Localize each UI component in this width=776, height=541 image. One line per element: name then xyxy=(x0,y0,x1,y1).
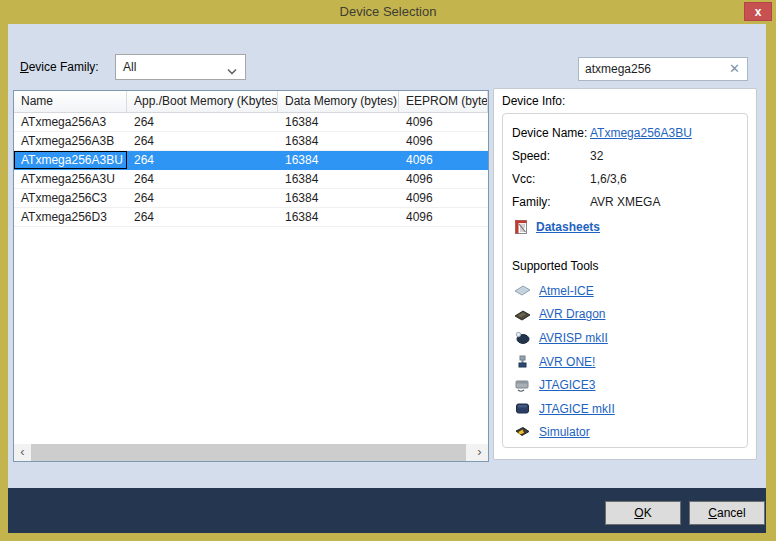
tool-row: AVRISP mkII xyxy=(512,326,747,350)
device-family-select[interactable]: All xyxy=(115,54,246,80)
chevron-down-icon xyxy=(227,64,237,78)
tool-link-simulator[interactable]: Simulator xyxy=(539,425,590,439)
cell-name: ATxmega256A3 xyxy=(14,113,127,131)
device-info-title: Device Info: xyxy=(502,94,565,108)
horizontal-scrollbar[interactable]: ‹ › xyxy=(14,444,488,461)
close-button[interactable]: x xyxy=(744,2,772,21)
tool-link-jtagice-mkii[interactable]: JTAGICE mkII xyxy=(539,402,615,416)
datasheets-row: Datasheets xyxy=(512,215,747,239)
datasheets-link[interactable]: Datasheets xyxy=(536,220,600,234)
cell-name: ATxmega256C3 xyxy=(14,189,127,207)
cell-datamem: 16384 xyxy=(278,151,399,169)
family-label: Family: xyxy=(512,195,590,209)
jtagice3-icon xyxy=(514,379,531,392)
avrisp-mkii-icon xyxy=(514,331,531,344)
cell-name: ATxmega256A3BU xyxy=(14,151,127,169)
cell-datamem: 16384 xyxy=(278,170,399,188)
clear-search-icon[interactable]: ✕ xyxy=(729,61,740,76)
cancel-button[interactable]: Cancel xyxy=(689,501,765,525)
vcc-row: Vcc: 1,6/3,6 xyxy=(512,167,747,190)
tool-link-atmel-ice[interactable]: Atmel-ICE xyxy=(539,284,594,298)
avr-dragon-icon xyxy=(514,308,531,321)
titlebar[interactable]: Device Selection x xyxy=(0,0,776,24)
table-row[interactable]: ATxmega256D3 264 16384 4096 xyxy=(14,208,488,227)
family-value: AVR XMEGA xyxy=(590,195,660,209)
table-row[interactable]: ATxmega256C3 264 16384 4096 xyxy=(14,189,488,208)
atmel-ice-icon xyxy=(514,284,531,297)
speed-label: Speed: xyxy=(512,149,590,163)
jtagice-mkii-icon xyxy=(514,402,531,415)
device-name-row: Device Name: ATxmega256A3BU xyxy=(512,121,747,144)
column-header-name[interactable]: Name xyxy=(14,91,127,112)
dialog-content: Device Family: All ✕ Name App./Boot Memo… xyxy=(8,24,766,533)
cell-datamem: 16384 xyxy=(278,132,399,150)
simulator-icon xyxy=(514,426,531,439)
search-input[interactable] xyxy=(585,60,720,78)
speed-row: Speed: 32 xyxy=(512,144,747,167)
cell-datamem: 16384 xyxy=(278,208,399,226)
cell-appboot: 264 xyxy=(127,151,278,169)
device-family-selected-value: All xyxy=(123,60,136,74)
cell-eeprom: 4096 xyxy=(399,170,488,188)
tool-link-jtagice3[interactable]: JTAGICE3 xyxy=(539,378,595,392)
device-table: Name App./Boot Memory (Kbytes) Data Memo… xyxy=(13,90,489,462)
footer-bar: OK Cancel xyxy=(8,488,766,533)
pdf-datasheet-icon xyxy=(512,219,529,235)
column-header-datamem[interactable]: Data Memory (bytes) xyxy=(278,91,399,112)
device-name-label: Device Name: xyxy=(512,126,590,140)
speed-value: 32 xyxy=(590,149,603,163)
tool-link-avrisp-mkii[interactable]: AVRISP mkII xyxy=(539,331,608,345)
table-row[interactable]: ATxmega256A3B 264 16384 4096 xyxy=(14,132,488,151)
avr-one-icon xyxy=(514,355,531,368)
tool-row: Atmel-ICE xyxy=(512,279,747,303)
device-info-box: Device Name: ATxmega256A3BU Speed: 32 Vc… xyxy=(502,113,748,448)
cell-datamem: 16384 xyxy=(278,189,399,207)
tool-row: STK600 xyxy=(512,444,747,448)
tool-row: AVR ONE! xyxy=(512,350,747,374)
cell-datamem: 16384 xyxy=(278,113,399,131)
scroll-right-icon[interactable]: › xyxy=(471,444,488,461)
column-header-eeprom[interactable]: EEPROM (bytes) xyxy=(399,91,488,112)
tool-row: JTAGICE mkII xyxy=(512,397,747,421)
column-header-appboot[interactable]: App./Boot Memory (Kbytes) xyxy=(127,91,278,112)
cell-name: ATxmega256D3 xyxy=(14,208,127,226)
table-row[interactable]: ATxmega256A3U 264 16384 4096 xyxy=(14,170,488,189)
cell-name: ATxmega256A3B xyxy=(14,132,127,150)
tool-link-avr-one[interactable]: AVR ONE! xyxy=(539,355,595,369)
cell-appboot: 264 xyxy=(127,189,278,207)
scroll-left-icon[interactable]: ‹ xyxy=(14,444,31,461)
cell-eeprom: 4096 xyxy=(399,113,488,131)
tool-link-avr-dragon[interactable]: AVR Dragon xyxy=(539,307,605,321)
vcc-value: 1,6/3,6 xyxy=(590,172,627,186)
ok-button[interactable]: OK xyxy=(605,501,681,525)
device-selection-dialog: Device Selection x Device Family: All ✕ … xyxy=(0,0,776,541)
cell-eeprom: 4096 xyxy=(399,189,488,207)
cell-eeprom: 4096 xyxy=(399,208,488,226)
table-row-selected[interactable]: ATxmega256A3BU 264 16384 4096 xyxy=(14,151,488,170)
search-box: ✕ xyxy=(578,57,748,81)
tool-row: JTAGICE3 xyxy=(512,373,747,397)
cell-eeprom: 4096 xyxy=(399,151,488,169)
device-info-panel: Device Info: Device Name: ATxmega256A3BU… xyxy=(493,88,757,460)
cell-eeprom: 4096 xyxy=(399,132,488,150)
device-name-link[interactable]: ATxmega256A3BU xyxy=(590,126,692,140)
vcc-label: Vcc: xyxy=(512,172,590,186)
table-row[interactable]: ATxmega256A3 264 16384 4096 xyxy=(14,113,488,132)
tool-row: AVR Dragon xyxy=(512,303,747,327)
cell-appboot: 264 xyxy=(127,170,278,188)
window-title: Device Selection xyxy=(0,4,776,19)
cell-name: ATxmega256A3U xyxy=(14,170,127,188)
tool-row: Simulator xyxy=(512,421,747,445)
scrollbar-thumb[interactable] xyxy=(31,444,466,461)
family-row: Family: AVR XMEGA xyxy=(512,190,747,213)
close-icon: x xyxy=(755,5,762,19)
device-family-label: Device Family: xyxy=(20,60,99,74)
supported-tools-title: Supported Tools xyxy=(512,259,747,279)
cell-appboot: 264 xyxy=(127,132,278,150)
cell-appboot: 264 xyxy=(127,208,278,226)
table-header: Name App./Boot Memory (Kbytes) Data Memo… xyxy=(14,91,488,113)
cell-appboot: 264 xyxy=(127,113,278,131)
